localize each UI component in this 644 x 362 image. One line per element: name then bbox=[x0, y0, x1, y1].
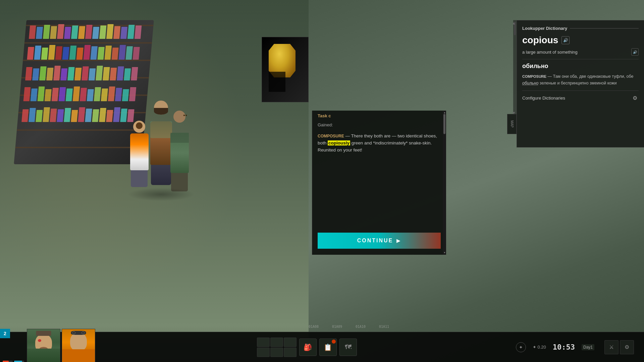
map-tab[interactable]: MAP bbox=[507, 114, 517, 134]
scrollbar-thumb-inner bbox=[443, 114, 445, 134]
compass-icon: ✦ bbox=[516, 342, 526, 352]
portrait-image bbox=[262, 37, 309, 102]
configure-gear-button[interactable]: ⚙ bbox=[631, 94, 639, 102]
journal-icon: 📋 bbox=[324, 343, 332, 351]
map-button[interactable]: 🗺 bbox=[339, 339, 357, 356]
dictionary-panel: Lookupper Dictionary copious 🔊 a large a… bbox=[517, 20, 644, 147]
inventory-icon: 🎒 bbox=[304, 343, 312, 351]
context-after: зеленые и беспринципно змеиной кожи bbox=[538, 81, 616, 85]
dictionary-title-row: Lookupper Dictionary bbox=[522, 26, 639, 31]
grid-coord-2: 01A09 bbox=[332, 325, 342, 328]
character-2 bbox=[127, 121, 151, 184]
speaker-button-word[interactable]: 🔊 bbox=[561, 36, 570, 44]
dialogue-character-name: COMPOSURE bbox=[318, 134, 344, 138]
settings-icon-button[interactable]: ⚙ bbox=[620, 340, 634, 354]
char2-body bbox=[130, 133, 149, 170]
task-line: Task c bbox=[312, 111, 446, 121]
journal-notification bbox=[332, 340, 336, 344]
hud-center: 🎒 📋 🗺 bbox=[98, 338, 516, 357]
dialogue-highlighted-word: copiously bbox=[328, 140, 350, 145]
char3-head: ●● bbox=[173, 111, 185, 123]
divider-1 bbox=[522, 59, 639, 59]
player2-badge: 2 bbox=[0, 329, 10, 338]
avatar-2 bbox=[62, 329, 95, 362]
definition-row: a large amount of something 🔊 bbox=[522, 48, 639, 56]
dialogue-scrollbar[interactable]: ▲ ▼ bbox=[443, 111, 446, 255]
scroll-up-arrow[interactable]: ▲ bbox=[512, 21, 516, 25]
word-row: copious 🔊 bbox=[522, 35, 639, 46]
char3-body bbox=[170, 133, 189, 173]
action-btn-5[interactable] bbox=[270, 348, 283, 357]
title-separator bbox=[570, 28, 639, 28]
configure-row: Configure Dictionaries ⚙ bbox=[522, 94, 639, 102]
inventory-button[interactable]: 🎒 bbox=[299, 339, 317, 356]
char2-head bbox=[133, 121, 145, 133]
grid-coord-3: 01A10 bbox=[356, 325, 366, 328]
right-scrollbar[interactable] bbox=[513, 20, 517, 114]
grid-coord-4: 01A11 bbox=[379, 325, 389, 328]
portrait-slot-2[interactable] bbox=[62, 329, 95, 362]
translation-text: обильно bbox=[522, 63, 639, 70]
action-btn-4[interactable] bbox=[257, 348, 270, 357]
context-highlighted: обильно bbox=[522, 81, 538, 85]
game-clock: 10:53 bbox=[553, 343, 575, 351]
action-btn-6[interactable] bbox=[284, 348, 297, 357]
day-badge: Day1 bbox=[582, 344, 594, 350]
scrollbar-up-arrow[interactable]: ▲ bbox=[443, 111, 445, 114]
speaker-button-definition[interactable]: 🔊 bbox=[631, 48, 639, 56]
scrollbar-down-arrow[interactable]: ▼ bbox=[443, 251, 445, 254]
skill-icon: ⚔ bbox=[609, 344, 614, 350]
journal-button[interactable]: 📋 bbox=[319, 339, 337, 356]
action-btn-3[interactable] bbox=[284, 338, 297, 347]
char1-head bbox=[154, 101, 168, 115]
divider-2 bbox=[522, 90, 639, 91]
settings-icon: ⚙ bbox=[625, 344, 629, 350]
grid-coord-1: 01A08 bbox=[309, 325, 319, 328]
bottom-hud: 1 2 bbox=[0, 332, 644, 362]
portrait-slot-1[interactable] bbox=[27, 329, 60, 362]
dialogue-area: Task c Gained: COMPOSURE — There they bo… bbox=[312, 111, 446, 255]
dictionary-word: copious bbox=[522, 35, 558, 46]
continue-button[interactable]: CONTINUE bbox=[318, 233, 441, 249]
skill-icon-button[interactable]: ⚔ bbox=[604, 340, 619, 354]
coordinates: ✦ 0.20 bbox=[533, 345, 546, 350]
map-icon: 🗺 bbox=[345, 343, 352, 351]
context-before: — Там они оба, две одинаковые туфли, обе bbox=[546, 74, 633, 79]
character-shadow bbox=[127, 188, 195, 201]
avatar-1 bbox=[27, 329, 60, 362]
action-btn-2[interactable] bbox=[270, 338, 283, 347]
gained-line: Gained: bbox=[312, 121, 446, 130]
hud-right: ✦ ✦ 0.20 10:53 Day1 ⚔ ⚙ bbox=[516, 340, 644, 354]
character-3: ●● bbox=[168, 111, 191, 178]
context-text: COMPOSURE — Там они оба, две одинаковые … bbox=[522, 73, 639, 86]
configure-dictionaries-label: Configure Dictionaries bbox=[522, 96, 565, 101]
definition-text: a large amount of something bbox=[522, 50, 578, 55]
dictionary-title: Lookupper Dictionary bbox=[522, 26, 567, 31]
portrait-strip: 1 2 bbox=[0, 332, 98, 362]
context-character-name: COMPOSURE bbox=[522, 74, 546, 78]
action-button-grid bbox=[257, 338, 297, 357]
scroll-down-arrow[interactable]: ▼ bbox=[512, 111, 516, 115]
bottom-right-icons: ⚔ ⚙ bbox=[601, 340, 637, 354]
dialogue-text: COMPOSURE — There they both are — two id… bbox=[312, 130, 446, 157]
char2-legs bbox=[131, 170, 148, 187]
action-btn-1[interactable] bbox=[257, 338, 270, 347]
